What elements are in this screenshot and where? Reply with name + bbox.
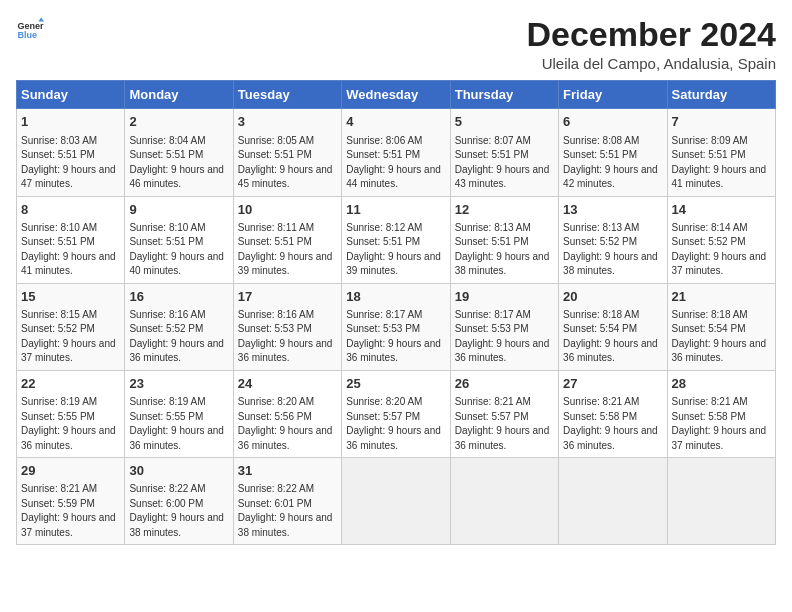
day-info: Sunrise: 8:19 AMSunset: 5:55 PMDaylight:… <box>21 395 120 453</box>
calendar-cell: 1Sunrise: 8:03 AMSunset: 5:51 PMDaylight… <box>17 109 125 196</box>
day-number: 16 <box>129 288 228 306</box>
day-info: Sunrise: 8:16 AMSunset: 5:52 PMDaylight:… <box>129 308 228 366</box>
calendar-cell: 8Sunrise: 8:10 AMSunset: 5:51 PMDaylight… <box>17 196 125 283</box>
calendar-week-row: 1Sunrise: 8:03 AMSunset: 5:51 PMDaylight… <box>17 109 776 196</box>
day-info: Sunrise: 8:13 AMSunset: 5:51 PMDaylight:… <box>455 221 554 279</box>
day-number: 20 <box>563 288 662 306</box>
day-number: 6 <box>563 113 662 131</box>
calendar-cell: 22Sunrise: 8:19 AMSunset: 5:55 PMDayligh… <box>17 370 125 457</box>
logo: General Blue <box>16 16 44 44</box>
day-number: 29 <box>21 462 120 480</box>
calendar-cell: 18Sunrise: 8:17 AMSunset: 5:53 PMDayligh… <box>342 283 450 370</box>
day-info: Sunrise: 8:21 AMSunset: 5:59 PMDaylight:… <box>21 482 120 540</box>
day-info: Sunrise: 8:22 AMSunset: 6:00 PMDaylight:… <box>129 482 228 540</box>
calendar-cell: 6Sunrise: 8:08 AMSunset: 5:51 PMDaylight… <box>559 109 667 196</box>
calendar-cell: 19Sunrise: 8:17 AMSunset: 5:53 PMDayligh… <box>450 283 558 370</box>
day-number: 31 <box>238 462 337 480</box>
day-info: Sunrise: 8:06 AMSunset: 5:51 PMDaylight:… <box>346 134 445 192</box>
day-number: 12 <box>455 201 554 219</box>
day-info: Sunrise: 8:07 AMSunset: 5:51 PMDaylight:… <box>455 134 554 192</box>
day-info: Sunrise: 8:21 AMSunset: 5:57 PMDaylight:… <box>455 395 554 453</box>
calendar-cell: 26Sunrise: 8:21 AMSunset: 5:57 PMDayligh… <box>450 370 558 457</box>
day-info: Sunrise: 8:19 AMSunset: 5:55 PMDaylight:… <box>129 395 228 453</box>
day-info: Sunrise: 8:04 AMSunset: 5:51 PMDaylight:… <box>129 134 228 192</box>
svg-text:Blue: Blue <box>17 30 37 40</box>
calendar-cell: 7Sunrise: 8:09 AMSunset: 5:51 PMDaylight… <box>667 109 775 196</box>
calendar-cell: 30Sunrise: 8:22 AMSunset: 6:00 PMDayligh… <box>125 458 233 545</box>
day-info: Sunrise: 8:05 AMSunset: 5:51 PMDaylight:… <box>238 134 337 192</box>
logo-icon: General Blue <box>16 16 44 44</box>
day-info: Sunrise: 8:10 AMSunset: 5:51 PMDaylight:… <box>129 221 228 279</box>
day-number: 28 <box>672 375 771 393</box>
day-number: 21 <box>672 288 771 306</box>
day-info: Sunrise: 8:08 AMSunset: 5:51 PMDaylight:… <box>563 134 662 192</box>
day-info: Sunrise: 8:18 AMSunset: 5:54 PMDaylight:… <box>563 308 662 366</box>
calendar-cell: 15Sunrise: 8:15 AMSunset: 5:52 PMDayligh… <box>17 283 125 370</box>
calendar-week-row: 29Sunrise: 8:21 AMSunset: 5:59 PMDayligh… <box>17 458 776 545</box>
calendar-cell: 2Sunrise: 8:04 AMSunset: 5:51 PMDaylight… <box>125 109 233 196</box>
day-number: 5 <box>455 113 554 131</box>
day-info: Sunrise: 8:03 AMSunset: 5:51 PMDaylight:… <box>21 134 120 192</box>
day-info: Sunrise: 8:18 AMSunset: 5:54 PMDaylight:… <box>672 308 771 366</box>
column-header-thursday: Thursday <box>450 81 558 109</box>
day-number: 23 <box>129 375 228 393</box>
svg-marker-2 <box>38 17 44 21</box>
day-info: Sunrise: 8:20 AMSunset: 5:56 PMDaylight:… <box>238 395 337 453</box>
day-number: 1 <box>21 113 120 131</box>
day-info: Sunrise: 8:14 AMSunset: 5:52 PMDaylight:… <box>672 221 771 279</box>
day-number: 7 <box>672 113 771 131</box>
calendar-cell: 3Sunrise: 8:05 AMSunset: 5:51 PMDaylight… <box>233 109 341 196</box>
calendar-cell <box>667 458 775 545</box>
calendar-cell: 28Sunrise: 8:21 AMSunset: 5:58 PMDayligh… <box>667 370 775 457</box>
day-info: Sunrise: 8:11 AMSunset: 5:51 PMDaylight:… <box>238 221 337 279</box>
column-header-sunday: Sunday <box>17 81 125 109</box>
day-number: 10 <box>238 201 337 219</box>
day-info: Sunrise: 8:21 AMSunset: 5:58 PMDaylight:… <box>672 395 771 453</box>
day-info: Sunrise: 8:15 AMSunset: 5:52 PMDaylight:… <box>21 308 120 366</box>
calendar-cell <box>450 458 558 545</box>
day-number: 15 <box>21 288 120 306</box>
day-number: 14 <box>672 201 771 219</box>
calendar-cell: 27Sunrise: 8:21 AMSunset: 5:58 PMDayligh… <box>559 370 667 457</box>
day-number: 25 <box>346 375 445 393</box>
day-info: Sunrise: 8:12 AMSunset: 5:51 PMDaylight:… <box>346 221 445 279</box>
calendar-cell: 21Sunrise: 8:18 AMSunset: 5:54 PMDayligh… <box>667 283 775 370</box>
day-info: Sunrise: 8:20 AMSunset: 5:57 PMDaylight:… <box>346 395 445 453</box>
svg-text:General: General <box>17 21 44 31</box>
location-subtitle: Uleila del Campo, Andalusia, Spain <box>526 55 776 72</box>
calendar-cell: 29Sunrise: 8:21 AMSunset: 5:59 PMDayligh… <box>17 458 125 545</box>
day-info: Sunrise: 8:09 AMSunset: 5:51 PMDaylight:… <box>672 134 771 192</box>
day-info: Sunrise: 8:22 AMSunset: 6:01 PMDaylight:… <box>238 482 337 540</box>
column-header-wednesday: Wednesday <box>342 81 450 109</box>
calendar-table: SundayMondayTuesdayWednesdayThursdayFrid… <box>16 80 776 545</box>
column-header-saturday: Saturday <box>667 81 775 109</box>
calendar-cell: 31Sunrise: 8:22 AMSunset: 6:01 PMDayligh… <box>233 458 341 545</box>
day-info: Sunrise: 8:10 AMSunset: 5:51 PMDaylight:… <box>21 221 120 279</box>
day-info: Sunrise: 8:17 AMSunset: 5:53 PMDaylight:… <box>346 308 445 366</box>
calendar-cell: 25Sunrise: 8:20 AMSunset: 5:57 PMDayligh… <box>342 370 450 457</box>
calendar-cell: 9Sunrise: 8:10 AMSunset: 5:51 PMDaylight… <box>125 196 233 283</box>
calendar-header-row: SundayMondayTuesdayWednesdayThursdayFrid… <box>17 81 776 109</box>
page-header: General Blue December 2024 Uleila del Ca… <box>16 16 776 72</box>
day-info: Sunrise: 8:21 AMSunset: 5:58 PMDaylight:… <box>563 395 662 453</box>
calendar-week-row: 15Sunrise: 8:15 AMSunset: 5:52 PMDayligh… <box>17 283 776 370</box>
day-info: Sunrise: 8:13 AMSunset: 5:52 PMDaylight:… <box>563 221 662 279</box>
column-header-tuesday: Tuesday <box>233 81 341 109</box>
calendar-cell: 5Sunrise: 8:07 AMSunset: 5:51 PMDaylight… <box>450 109 558 196</box>
calendar-cell: 23Sunrise: 8:19 AMSunset: 5:55 PMDayligh… <box>125 370 233 457</box>
calendar-cell: 12Sunrise: 8:13 AMSunset: 5:51 PMDayligh… <box>450 196 558 283</box>
calendar-cell: 17Sunrise: 8:16 AMSunset: 5:53 PMDayligh… <box>233 283 341 370</box>
calendar-cell: 13Sunrise: 8:13 AMSunset: 5:52 PMDayligh… <box>559 196 667 283</box>
day-number: 17 <box>238 288 337 306</box>
day-number: 26 <box>455 375 554 393</box>
day-number: 22 <box>21 375 120 393</box>
day-number: 19 <box>455 288 554 306</box>
day-number: 4 <box>346 113 445 131</box>
calendar-week-row: 22Sunrise: 8:19 AMSunset: 5:55 PMDayligh… <box>17 370 776 457</box>
day-number: 3 <box>238 113 337 131</box>
calendar-cell: 4Sunrise: 8:06 AMSunset: 5:51 PMDaylight… <box>342 109 450 196</box>
calendar-cell: 16Sunrise: 8:16 AMSunset: 5:52 PMDayligh… <box>125 283 233 370</box>
calendar-cell: 14Sunrise: 8:14 AMSunset: 5:52 PMDayligh… <box>667 196 775 283</box>
day-number: 11 <box>346 201 445 219</box>
day-number: 24 <box>238 375 337 393</box>
